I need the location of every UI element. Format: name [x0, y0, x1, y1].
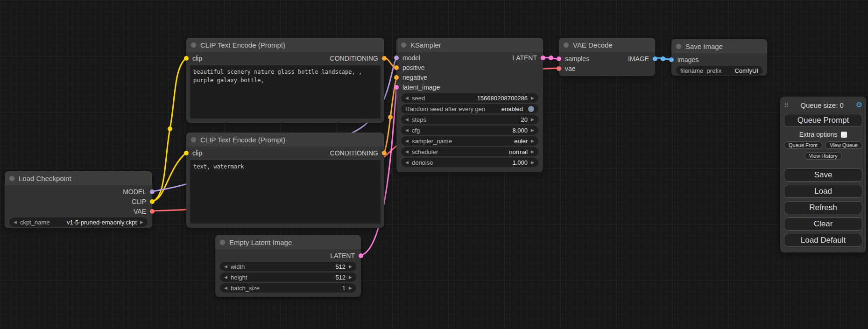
node-vae-decode[interactable]: VAE Decode samples IMAGE vae: [559, 38, 655, 76]
collapse-dot-icon[interactable]: [191, 137, 196, 142]
clip-input-dot[interactable]: [184, 151, 189, 155]
arrow-right-icon[interactable]: ▶: [531, 128, 534, 133]
node-graph-canvas[interactable]: Load Checkpoint MODEL CLIP VAE ◀ ckpt_na…: [0, 0, 868, 329]
cfg-widget[interactable]: ◀ cfg 8.000 ▶: [401, 126, 538, 135]
queue-front-button[interactable]: Queue Front: [784, 141, 822, 149]
queue-prompt-button[interactable]: Queue Prompt: [784, 114, 862, 127]
node-ksampler[interactable]: KSampler model LATENT positive negative: [396, 38, 543, 172]
arrow-right-icon[interactable]: ▶: [531, 96, 534, 100]
node-title-bar[interactable]: CLIP Text Encode (Prompt): [186, 133, 384, 147]
wire-midpoint-dot-image[interactable]: [661, 56, 665, 61]
node-empty-latent-image[interactable]: Empty Latent Image LATENT ◀ width 512 ▶ …: [215, 235, 361, 297]
arrow-left-icon[interactable]: ◀: [405, 161, 409, 165]
batch-size-widget[interactable]: ◀ batch_size 1 ▶: [220, 283, 356, 293]
save-button[interactable]: Save: [784, 168, 862, 182]
collapse-dot-icon[interactable]: [220, 240, 225, 245]
refresh-button[interactable]: Refresh: [784, 201, 862, 214]
wire-midpoint-dot-conditioning[interactable]: [388, 115, 393, 119]
clip-output-dot[interactable]: [150, 199, 155, 204]
image-output-dot[interactable]: [653, 56, 657, 61]
collapse-dot-icon[interactable]: [9, 176, 14, 181]
scheduler-widget[interactable]: ◀ scheduler normal ▶: [401, 147, 538, 156]
collapse-dot-icon[interactable]: [191, 42, 196, 48]
model-input-dot[interactable]: [394, 56, 399, 60]
denoise-widget[interactable]: ◀ denoise 1.000 ▶: [401, 158, 538, 167]
drag-handle-icon[interactable]: ⠿: [784, 102, 789, 109]
widget-value: 1.000: [513, 159, 528, 166]
history-row: View History: [784, 152, 862, 160]
arrow-left-icon[interactable]: ◀: [405, 128, 409, 133]
images-input-dot[interactable]: [669, 57, 674, 62]
toggle-knob-icon[interactable]: [528, 106, 534, 112]
node-title-bar[interactable]: CLIP Text Encode (Prompt): [186, 38, 384, 52]
conditioning-output-dot[interactable]: [382, 151, 387, 155]
node-title-bar[interactable]: Save Image: [671, 39, 767, 53]
arrow-right-icon[interactable]: ▶: [349, 275, 352, 280]
steps-widget[interactable]: ◀ steps 20 ▶: [401, 115, 538, 124]
node-title-bar[interactable]: Load Checkpoint: [5, 171, 152, 185]
height-widget[interactable]: ◀ height 512 ▶: [220, 273, 356, 282]
arrow-right-icon[interactable]: ▶: [531, 118, 534, 122]
negative-input-dot[interactable]: [394, 75, 399, 80]
wire-midpoint-dot-latent[interactable]: [549, 56, 553, 60]
seed-widget[interactable]: ◀ seed 156680208700286 ▶: [401, 93, 538, 103]
positive-input-dot[interactable]: [394, 65, 399, 70]
sampler-name-widget[interactable]: ◀ sampler_name euler ▶: [401, 136, 538, 146]
filename-prefix-widget[interactable]: filename_prefix ComfyUI: [676, 66, 762, 75]
latent-image-input-dot[interactable]: [394, 85, 399, 90]
conditioning-output-dot[interactable]: [382, 56, 387, 61]
vae-output-dot[interactable]: [150, 209, 155, 214]
output-slot-model: MODEL: [5, 187, 152, 196]
arrow-left-icon[interactable]: ◀: [224, 286, 227, 290]
arrow-right-icon[interactable]: ▶: [140, 220, 143, 224]
view-history-button[interactable]: View History: [804, 152, 842, 160]
node-clip-text-encode-positive[interactable]: CLIP Text Encode (Prompt) clip CONDITION…: [186, 38, 384, 123]
queue-panel: ⠿ Queue size: 0 ⚙ Queue Prompt Extra opt…: [780, 97, 866, 252]
arrow-right-icon[interactable]: ▶: [349, 286, 352, 290]
arrow-right-icon[interactable]: ▶: [531, 161, 534, 165]
prompt-textarea[interactable]: beautiful scenery nature glass bottle la…: [190, 65, 381, 119]
arrow-left-icon[interactable]: ◀: [405, 118, 409, 122]
extra-options-checkbox[interactable]: [841, 132, 847, 138]
random-seed-toggle-widget[interactable]: Random seed after every gen enabled: [401, 104, 538, 113]
load-button[interactable]: Load: [784, 185, 862, 198]
arrow-left-icon[interactable]: ◀: [405, 150, 409, 154]
view-queue-button[interactable]: View Queue: [825, 141, 862, 149]
settings-gear-icon[interactable]: ⚙: [856, 101, 862, 109]
clear-button[interactable]: Clear: [784, 217, 862, 231]
collapse-dot-icon[interactable]: [401, 42, 406, 48]
latent-output-dot[interactable]: [541, 56, 545, 60]
arrow-left-icon[interactable]: ◀: [224, 275, 227, 280]
wire-midpoint-dot-clip[interactable]: [168, 126, 172, 131]
arrow-right-icon[interactable]: ▶: [531, 150, 534, 154]
widget-value: v1-5-pruned-emaonly.ckpt: [67, 219, 137, 226]
collapse-dot-icon[interactable]: [564, 42, 569, 48]
collapse-dot-icon[interactable]: [676, 44, 681, 49]
slot-label: samples: [565, 55, 589, 63]
arrow-right-icon[interactable]: ▶: [531, 139, 534, 143]
model-output-dot[interactable]: [150, 189, 155, 194]
arrow-left-icon[interactable]: ◀: [405, 139, 409, 143]
widget-label: ckpt_name: [20, 219, 50, 226]
node-title-bar[interactable]: Empty Latent Image: [215, 235, 361, 249]
arrow-left-icon[interactable]: ◀: [224, 265, 227, 269]
width-widget[interactable]: ◀ width 512 ▶: [220, 262, 356, 271]
prompt-textarea[interactable]: text, watermark: [190, 160, 381, 224]
clip-input-dot[interactable]: [184, 56, 189, 61]
input-slot-positive: positive: [396, 63, 543, 72]
arrow-right-icon[interactable]: ▶: [349, 265, 352, 269]
arrow-left-icon[interactable]: ◀: [405, 96, 409, 100]
latent-output-dot[interactable]: [359, 253, 363, 258]
vae-input-dot[interactable]: [557, 66, 561, 71]
node-title-bar[interactable]: VAE Decode: [559, 38, 655, 52]
node-save-image[interactable]: Save Image images filename_prefix ComfyU…: [671, 39, 767, 76]
load-default-button[interactable]: Load Default: [784, 234, 862, 247]
node-clip-text-encode-negative[interactable]: CLIP Text Encode (Prompt) clip CONDITION…: [186, 133, 384, 228]
node-title-bar[interactable]: KSampler: [396, 38, 543, 52]
samples-input-dot[interactable]: [557, 56, 561, 61]
output-slot-vae: VAE: [5, 206, 152, 216]
node-load-checkpoint[interactable]: Load Checkpoint MODEL CLIP VAE ◀ ckpt_na…: [5, 171, 152, 228]
arrow-left-icon[interactable]: ◀: [14, 220, 17, 224]
node-title: Load Checkpoint: [19, 175, 71, 182]
ckpt-name-widget[interactable]: ◀ ckpt_name v1-5-pruned-emaonly.ckpt ▶: [9, 217, 148, 227]
